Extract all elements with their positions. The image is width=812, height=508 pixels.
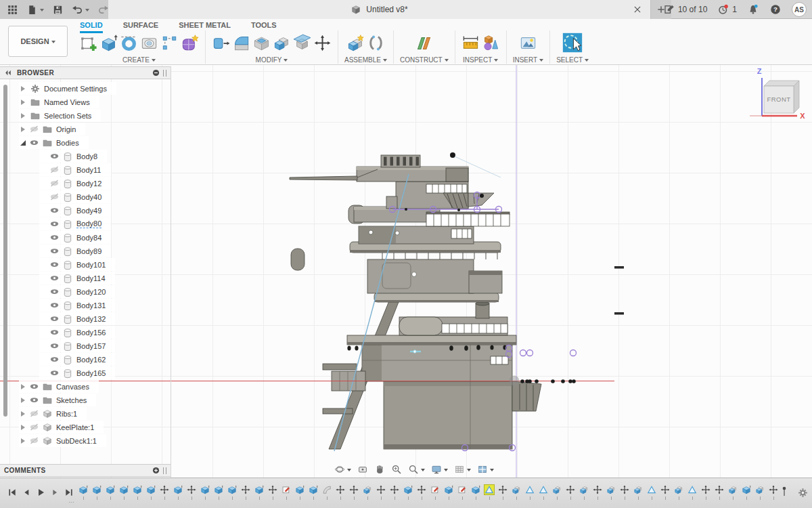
titlebar-icon[interactable]	[52, 4, 64, 16]
browser-item[interactable]: Body131	[39, 299, 115, 312]
timeline-feature[interactable]	[579, 485, 589, 494]
tool-icon[interactable]	[160, 34, 179, 52]
group-label[interactable]: INSPECT	[463, 56, 498, 64]
timeline-feature[interactable]	[349, 485, 359, 494]
view-cube[interactable]: FRONT Z X	[744, 64, 812, 125]
tool-icon[interactable]	[461, 34, 480, 52]
timeline-feature[interactable]	[403, 485, 413, 494]
visibility-eye-icon[interactable]	[49, 314, 60, 324]
browser-item[interactable]: Body120	[39, 285, 115, 298]
visibility-eye-icon[interactable]	[49, 259, 60, 270]
job-status[interactable]: 1	[717, 3, 737, 16]
browser-item[interactable]: Named Views	[19, 96, 99, 108]
collapse-panel-icon[interactable]	[4, 68, 13, 77]
browser-item[interactable]: Body40	[39, 190, 111, 203]
tool-icon[interactable]	[313, 34, 332, 52]
visibility-eye-icon[interactable]	[29, 137, 39, 148]
browser-item[interactable]: Sketches	[19, 394, 96, 406]
nav-icon[interactable]	[431, 464, 448, 475]
timeline-feature[interactable]	[512, 485, 521, 494]
timeline-feature[interactable]	[295, 485, 304, 494]
expand-arrow-icon[interactable]	[19, 384, 27, 389]
timeline-feature[interactable]	[687, 485, 697, 494]
browser-item[interactable]: Body84	[39, 231, 111, 244]
group-label[interactable]: INSERT	[513, 56, 544, 64]
timeline-feature[interactable]	[484, 485, 494, 494]
timeline-feature[interactable]	[119, 485, 129, 494]
browser-item[interactable]: Document Settings	[19, 82, 116, 95]
browser-item[interactable]: Bodies	[19, 136, 89, 149]
browser-item[interactable]: Ribs:1	[19, 407, 87, 420]
group-label[interactable]: CREATE	[122, 56, 156, 64]
viewcube-front-label[interactable]: FRONT	[767, 96, 790, 103]
tool-icon[interactable]	[273, 34, 291, 52]
group-label[interactable]: CONSTRUCT	[400, 56, 449, 64]
visibility-eye-icon[interactable]	[29, 395, 39, 405]
expand-arrow-icon[interactable]	[19, 411, 27, 417]
timeline-feature[interactable]	[498, 485, 508, 494]
workspace-switcher[interactable]: DESIGN	[8, 26, 68, 57]
browser-header[interactable]: BROWSER	[0, 66, 171, 79]
nav-icon[interactable]	[408, 464, 425, 475]
visibility-eye-icon[interactable]	[29, 124, 39, 134]
visibility-eye-icon[interactable]	[29, 408, 39, 419]
timeline-feature[interactable]	[674, 485, 683, 494]
timeline-marker[interactable]	[780, 482, 789, 507]
timeline-feature[interactable]	[647, 485, 656, 494]
comments-header[interactable]: COMMENTS	[0, 464, 171, 477]
browser-item[interactable]: Body8	[39, 150, 107, 163]
expand-arrow-icon[interactable]	[19, 438, 27, 444]
expand-arrow-icon[interactable]	[19, 113, 27, 119]
tool-icon[interactable]	[293, 34, 311, 52]
titlebar-icon[interactable]	[26, 4, 44, 16]
visibility-eye-icon[interactable]	[49, 192, 60, 202]
nav-icon[interactable]	[357, 464, 368, 475]
expand-arrow-icon[interactable]	[19, 398, 27, 403]
visibility-eye-icon[interactable]	[29, 381, 39, 391]
tool-icon[interactable]	[181, 34, 199, 52]
notifications-button[interactable]	[747, 3, 759, 16]
timeline-feature[interactable]	[660, 485, 670, 494]
visibility-eye-icon[interactable]	[49, 327, 60, 337]
nav-icon[interactable]	[374, 464, 385, 475]
playback-button[interactable]	[21, 487, 32, 498]
tool-icon[interactable]	[120, 34, 138, 52]
tool-icon[interactable]	[140, 34, 158, 52]
timeline-feature[interactable]	[525, 485, 535, 494]
timeline-feature[interactable]	[701, 485, 710, 494]
tool-icon[interactable]	[367, 34, 385, 52]
timeline-feature[interactable]	[390, 485, 399, 494]
panel-drag-handle[interactable]	[163, 70, 166, 77]
timeline-feature[interactable]	[363, 485, 372, 494]
tool-icon[interactable]	[415, 34, 433, 52]
timeline-feature[interactable]	[227, 485, 237, 494]
group-label[interactable]: MODIFY	[256, 56, 288, 64]
visibility-eye-icon[interactable]	[49, 368, 60, 378]
tool-icon[interactable]	[232, 34, 250, 52]
timeline-feature[interactable]	[133, 485, 142, 494]
timeline-feature[interactable]	[742, 485, 751, 494]
tool-icon[interactable]	[99, 34, 118, 52]
timeline-feature[interactable]	[620, 485, 629, 494]
timeline-feature[interactable]	[417, 485, 426, 494]
visibility-eye-icon[interactable]	[49, 273, 60, 283]
timeline-feature[interactable]	[281, 485, 291, 494]
browser-item[interactable]: Selection Sets	[19, 109, 101, 122]
timeline-feature[interactable]	[430, 485, 440, 494]
visibility-eye-icon[interactable]	[49, 178, 60, 188]
expand-arrow-icon[interactable]	[19, 425, 27, 430]
timeline-feature[interactable]	[769, 485, 778, 494]
nav-icon[interactable]	[454, 464, 471, 475]
timeline-feature[interactable]	[471, 485, 480, 494]
group-label[interactable]: SELECT	[556, 56, 589, 64]
nav-icon[interactable]	[477, 464, 494, 475]
timeline-feature[interactable]	[606, 485, 616, 494]
visibility-eye-icon[interactable]	[49, 165, 60, 175]
visibility-eye-icon[interactable]	[49, 354, 60, 364]
timeline-feature[interactable]	[146, 485, 156, 494]
timeline-feature[interactable]	[593, 485, 602, 494]
nav-icon[interactable]	[391, 464, 402, 475]
tool-icon[interactable]	[252, 34, 271, 52]
visibility-eye-icon[interactable]	[49, 205, 60, 215]
timeline-feature[interactable]	[566, 485, 575, 494]
